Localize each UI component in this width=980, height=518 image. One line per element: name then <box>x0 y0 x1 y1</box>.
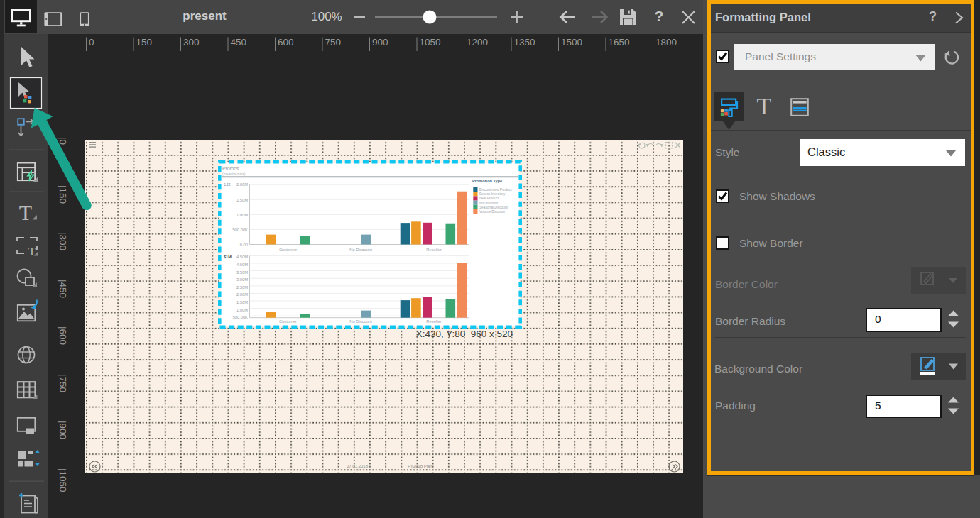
svg-text:1.00M: 1.00M <box>236 213 248 217</box>
svg-text:1500: 1500 <box>561 37 582 48</box>
svg-text:0.00: 0.00 <box>240 243 248 247</box>
svg-text:$1M: $1M <box>224 255 232 259</box>
svg-text:2.00M: 2.00M <box>236 292 248 297</box>
svg-text:|900: |900 <box>58 421 68 439</box>
svg-text:Excess Inventory: Excess Inventory <box>479 192 506 196</box>
svg-text:New Product: New Product <box>479 197 499 200</box>
svg-text:Customer: Customer <box>279 319 297 324</box>
svg-text:2.00M: 2.00M <box>236 182 248 187</box>
svg-text:500.00K: 500.00K <box>232 228 248 232</box>
svg-text:Reseller: Reseller <box>426 319 441 324</box>
svg-text:1.50M: 1.50M <box>236 300 248 304</box>
svg-text:Volume Discount: Volume Discount <box>479 210 506 214</box>
svg-text:Promotion Type: Promotion Type <box>472 179 502 183</box>
svg-text:1.50M: 1.50M <box>236 198 248 202</box>
svg-text:1.00M: 1.00M <box>236 308 248 312</box>
svg-text:Discontinued Product: Discontinued Product <box>479 188 512 192</box>
svg-text:900: 900 <box>372 37 388 48</box>
svg-text:1200: 1200 <box>467 37 488 48</box>
svg-text:No Discount: No Discount <box>349 248 372 252</box>
svg-text:No Discount: No Discount <box>349 319 372 324</box>
svg-text:Promos: Promos <box>222 166 239 171</box>
svg-text:1800: 1800 <box>655 37 677 48</box>
svg-text:(breadcrumbs): (breadcrumbs) <box>222 172 246 176</box>
svg-text:3.00M: 3.00M <box>236 277 248 282</box>
svg-text:600: 600 <box>278 37 294 48</box>
svg-text:4.50M: 4.50M <box>236 255 248 259</box>
svg-text:No Discount: No Discount <box>479 202 499 205</box>
svg-text:450: 450 <box>231 37 247 48</box>
svg-text:1050: 1050 <box>420 37 441 48</box>
svg-text:3.50M: 3.50M <box>236 270 248 275</box>
svg-text:750: 750 <box>325 37 342 48</box>
svg-text:|600: |600 <box>58 326 68 345</box>
svg-text:Customer: Customer <box>279 248 297 252</box>
svg-text:1650: 1650 <box>609 37 630 48</box>
svg-text:2.50M: 2.50M <box>236 285 248 290</box>
svg-text:1.22: 1.22 <box>224 183 231 187</box>
svg-text:|1050: |1050 <box>58 468 68 492</box>
svg-text:500.00K: 500.00K <box>232 315 248 319</box>
svg-text:1350: 1350 <box>514 37 535 48</box>
svg-text:|750: |750 <box>58 374 68 392</box>
svg-text:Seasonal Discount: Seasonal Discount <box>479 206 508 209</box>
svg-text:Reseller: Reseller <box>426 248 441 252</box>
svg-text:4.00M: 4.00M <box>236 263 248 267</box>
